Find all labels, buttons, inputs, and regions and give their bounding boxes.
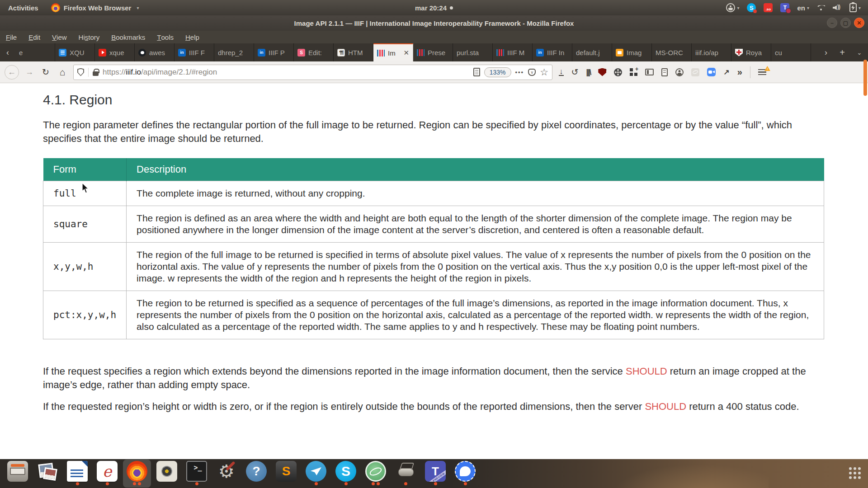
browser-tab[interactable]: Imag ✕ — [612, 43, 652, 61]
menu-item[interactable]: View — [46, 31, 73, 43]
history-button[interactable]: ↺ — [571, 67, 579, 77]
browser-tab[interactable]: Edit: ✕ — [294, 43, 334, 61]
sidebar-toggle-icon[interactable] — [645, 69, 654, 75]
open-external-icon[interactable]: ↗ — [723, 68, 729, 76]
form-description: The complete image is returned, without … — [127, 181, 824, 206]
language-menu[interactable]: en▾ — [797, 4, 809, 12]
tab-close-icon[interactable]: ✕ — [402, 49, 409, 57]
zoom-meeting-icon[interactable] — [707, 68, 716, 76]
wifi-icon[interactable] — [817, 5, 825, 11]
browser-tab[interactable]: purl.sta ✕ — [453, 43, 493, 61]
lock-icon[interactable] — [93, 71, 99, 76]
tracking-protection-shield-icon[interactable] — [77, 68, 84, 76]
browser-tab[interactable]: IIIF F ✕ — [175, 43, 214, 61]
zoom-level-button[interactable]: 133% — [484, 67, 511, 77]
list-all-tabs-button[interactable]: ⌄ — [851, 43, 868, 61]
browser-tab[interactable]: dhrep_2 ✕ — [214, 43, 254, 61]
browser-tab[interactable]: Roya ✕ — [731, 43, 771, 61]
table-row: square The region is defined as an area … — [43, 206, 824, 243]
menu-item[interactable]: File — [0, 31, 23, 43]
dock-item[interactable] — [302, 460, 330, 488]
browser-tab[interactable]: default.j ✕ — [572, 43, 612, 61]
page-actions-icon[interactable]: ••• — [515, 69, 524, 75]
url-text[interactable]: https://iiif.io/api/image/2.1/#region — [103, 68, 469, 77]
dock-item[interactable] — [153, 460, 181, 488]
activities-button[interactable]: Activities — [0, 0, 47, 15]
bookmark-star-icon[interactable]: ☆ — [540, 67, 548, 78]
hamburger-menu-icon[interactable] — [758, 69, 766, 75]
url-bar[interactable]: https://iiif.io/api/image/2.1/#region 13… — [73, 65, 552, 80]
reader-view-icon[interactable] — [473, 68, 480, 76]
pocket-icon[interactable]: ∨ — [528, 69, 536, 76]
browser-tab[interactable]: Prese ✕ — [413, 43, 453, 61]
browser-tab[interactable]: MS-ORC ✕ — [652, 43, 692, 61]
browser-tab[interactable]: HTM ✕ — [334, 43, 373, 61]
firefox-account-icon[interactable] — [675, 68, 684, 76]
dock-item[interactable]: ? — [242, 460, 270, 488]
menu-item[interactable]: Bookmarks — [105, 31, 151, 43]
scrollbar-thumb[interactable] — [863, 60, 867, 96]
running-indicator — [372, 482, 380, 486]
dock-item[interactable] — [63, 460, 91, 488]
dock-item[interactable]: ⚙ — [212, 460, 241, 488]
dock-item[interactable] — [451, 460, 479, 488]
overflow-menu-icon[interactable]: » — [737, 67, 742, 77]
sublime-icon: S — [276, 461, 297, 482]
browser-tab[interactable]: IIIF P ✕ — [254, 43, 294, 61]
home-button[interactable]: ⌂ — [56, 67, 69, 78]
dock-item[interactable] — [362, 460, 390, 488]
accessibility-menu[interactable]: ▾ — [726, 3, 739, 12]
browser-tab[interactable]: IIIF In ✕ — [533, 43, 572, 61]
linkedin-icon — [536, 49, 544, 56]
dock-item[interactable] — [392, 460, 420, 488]
browser-tab[interactable]: iiif.io/ap ✕ — [692, 43, 731, 61]
close-button[interactable]: ✕ — [854, 18, 864, 28]
skype-indicator-icon[interactable]: S — [747, 3, 756, 12]
extension-squares-icon[interactable] — [630, 68, 637, 76]
browser-tab[interactable]: xque ✕ — [95, 43, 135, 61]
red-app-indicator-icon[interactable]: .so — [764, 3, 773, 12]
app-menu-label: Firefox Web Browser — [64, 4, 132, 12]
reload-button[interactable]: ↻ — [40, 67, 52, 77]
dock-item[interactable]: >_ — [183, 460, 211, 488]
system-menu[interactable]: ▾ — [849, 3, 861, 12]
menu-item[interactable]: Help — [179, 31, 205, 43]
dock-item[interactable]: S — [272, 460, 300, 488]
browser-tab[interactable]: e ✕ — [15, 43, 55, 61]
browser-tab[interactable]: IIIF M ✕ — [493, 43, 533, 61]
dock-item[interactable]: e — [93, 460, 121, 488]
maximize-button[interactable]: ▢ — [840, 18, 851, 28]
menu-item[interactable]: Tools — [151, 31, 179, 43]
atom-extension-icon[interactable] — [691, 68, 699, 76]
notes-extension-icon[interactable] — [661, 68, 668, 76]
clock-menu[interactable]: mar 20:24 — [415, 4, 453, 12]
dock-item[interactable]: TPREVIEW — [421, 460, 449, 488]
browser-tab[interactable]: Im ✕ — [373, 43, 413, 61]
running-indicator — [133, 482, 141, 486]
video-downloadhelper-icon[interactable] — [614, 68, 622, 76]
back-button[interactable]: ← — [5, 65, 19, 80]
new-tab-button[interactable]: + — [834, 43, 851, 61]
browser-tab[interactable]: XQU ✕ — [55, 43, 95, 61]
menu-item[interactable]: Edit — [23, 31, 46, 43]
ublock-origin-icon[interactable]: 1 — [598, 68, 606, 76]
dock-item[interactable] — [123, 460, 151, 488]
app-menu[interactable]: Firefox Web Browser ▾ — [47, 3, 144, 12]
dock-item[interactable] — [4, 460, 32, 488]
minimize-button[interactable]: – — [827, 18, 837, 28]
downloads-button[interactable]: ↓ — [559, 68, 564, 76]
clock-label: mar 20:24 — [415, 4, 447, 12]
menu-item[interactable]: History — [73, 31, 106, 43]
library-button[interactable]: |||\ — [586, 68, 590, 77]
show-applications-button[interactable] — [849, 467, 862, 480]
teams-indicator-icon[interactable]: T — [780, 3, 789, 12]
volume-icon[interactable] — [833, 4, 842, 11]
browser-tab[interactable]: awes ✕ — [135, 43, 175, 61]
scroll-tabs-right-button[interactable]: › — [818, 43, 834, 61]
dock-item[interactable] — [33, 460, 61, 488]
forward-button[interactable]: → — [24, 67, 35, 77]
signal-icon — [455, 461, 476, 482]
scroll-tabs-left-button[interactable]: ‹ — [0, 43, 15, 61]
browser-tab[interactable]: cu ✕ — [771, 43, 811, 61]
dock-item[interactable]: S — [332, 460, 360, 488]
